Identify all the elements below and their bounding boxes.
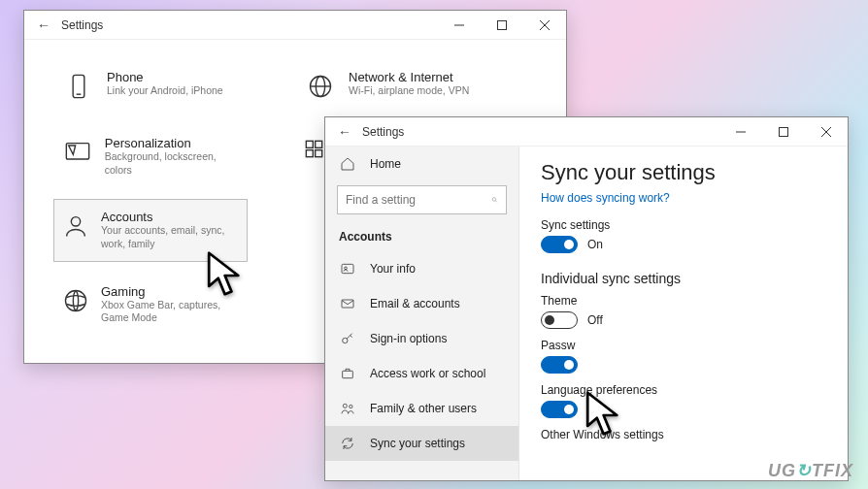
sidebar-email[interactable]: Email & accounts [325, 286, 518, 321]
sidebar-label: Email & accounts [370, 297, 460, 310]
briefcase-icon [339, 365, 356, 382]
minimize-button[interactable] [438, 11, 481, 40]
theme-toggle[interactable] [541, 311, 578, 329]
category-title: Phone [107, 70, 223, 84]
svg-rect-1 [498, 20, 507, 29]
back-button[interactable]: ← [333, 124, 356, 140]
svg-rect-12 [306, 141, 313, 147]
sidebar-work[interactable]: Access work or school [325, 356, 518, 391]
svg-rect-24 [342, 300, 353, 308]
minimize-button[interactable] [719, 117, 762, 147]
key-icon [339, 330, 356, 347]
accounts-icon [62, 210, 89, 243]
close-button[interactable] [805, 117, 848, 147]
svg-point-28 [350, 405, 352, 408]
individual-sync-heading: Individual sync settings [541, 271, 826, 286]
sidebar-family[interactable]: Family & other users [325, 391, 518, 426]
cursor-icon [204, 250, 249, 305]
theme-label: Theme [541, 294, 826, 308]
email-icon [339, 295, 356, 312]
svg-point-7 [71, 217, 80, 226]
gaming-icon [62, 284, 89, 317]
svg-rect-13 [316, 141, 322, 147]
cursor-icon [583, 390, 627, 444]
window-title: Settings [356, 125, 404, 139]
sync-icon [339, 435, 356, 452]
sidebar-label: Home [370, 157, 401, 171]
toggle-state: On [587, 238, 603, 251]
your-info-icon [339, 260, 356, 277]
category-phone[interactable]: PhoneLink your Android, iPhone [53, 59, 248, 114]
sidebar-your-info[interactable]: Your info [325, 251, 518, 286]
category-title: Accounts [101, 210, 237, 224]
sync-settings-label: Sync settings [541, 218, 826, 232]
category-network[interactable]: Network & InternetWi-Fi, airplane mode, … [295, 59, 518, 114]
category-desc: Your accounts, email, sync, work, family [101, 224, 237, 250]
sidebar-home[interactable]: Home [325, 147, 518, 181]
how-syncing-works-link[interactable]: How does syncing work? [541, 191, 826, 205]
category-personalization[interactable]: PersonalizationBackground, lockscreen, c… [53, 125, 248, 187]
sidebar-label: Sign-in options [370, 332, 447, 345]
sidebar-label: Access work or school [370, 367, 485, 380]
category-desc: Wi-Fi, airplane mode, VPN [349, 84, 469, 98]
sidebar-signin[interactable]: Sign-in options [325, 321, 518, 356]
sidebar-label: Family & other users [370, 402, 477, 415]
svg-point-20 [492, 198, 496, 202]
sidebar-label: Your info [370, 262, 416, 276]
svg-line-21 [495, 201, 496, 202]
network-icon [304, 70, 337, 103]
svg-point-27 [343, 404, 347, 408]
svg-point-25 [343, 338, 348, 342]
passwords-label: Passw [541, 339, 826, 352]
close-button[interactable] [523, 11, 566, 40]
category-title: Network & Internet [349, 70, 469, 84]
language-toggle[interactable] [541, 401, 578, 418]
svg-point-8 [66, 290, 86, 310]
sync-settings-toggle[interactable] [541, 236, 578, 253]
back-button[interactable]: ← [32, 17, 55, 33]
sidebar: Home Accounts Your info Email & accounts… [325, 147, 519, 480]
titlebar: ← Settings [24, 11, 566, 40]
sidebar-section-header: Accounts [325, 220, 518, 251]
svg-rect-15 [316, 150, 322, 157]
phone-icon [62, 70, 95, 103]
category-desc: Link your Android, iPhone [107, 84, 223, 98]
family-icon [339, 400, 356, 417]
search-input[interactable] [346, 193, 491, 207]
search-box[interactable] [337, 185, 507, 214]
category-desc: Background, lockscreen, colors [105, 150, 237, 177]
svg-point-23 [345, 267, 348, 270]
watermark: UG↻TFIX [768, 460, 853, 481]
category-title: Personalization [105, 136, 237, 150]
window-title: Settings [55, 18, 103, 32]
personalization-icon [62, 136, 93, 169]
svg-rect-22 [342, 264, 353, 273]
home-icon [339, 155, 356, 173]
sidebar-label: Sync your settings [370, 437, 465, 450]
svg-rect-17 [780, 127, 788, 136]
page-heading: Sync your settings [541, 160, 826, 185]
maximize-button[interactable] [481, 11, 523, 40]
titlebar: ← Settings [325, 117, 848, 147]
svg-rect-26 [343, 371, 353, 377]
sidebar-sync[interactable]: Sync your settings [325, 426, 518, 461]
passwords-toggle[interactable] [541, 356, 578, 374]
content-pane: Sync your settings How does syncing work… [519, 147, 848, 480]
search-icon [491, 193, 498, 207]
toggle-state: Off [587, 313, 603, 327]
svg-rect-14 [306, 150, 313, 157]
maximize-button[interactable] [762, 117, 805, 147]
